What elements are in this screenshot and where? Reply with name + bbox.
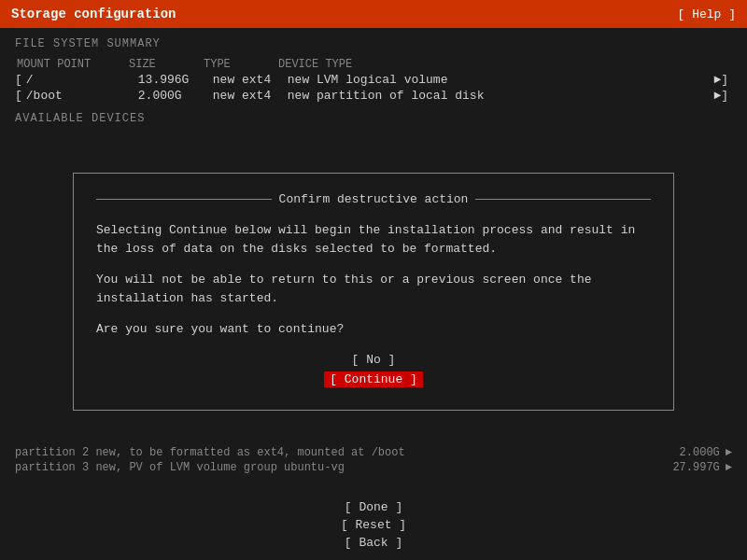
reset-button[interactable]: [ Reset ] [337, 517, 410, 533]
modal-paragraph-1: Selecting Continue below will begin the … [96, 221, 651, 258]
back-button[interactable]: [ Back ] [341, 535, 406, 551]
footer-buttons: [ Done ] [ Reset ] [ Back ] [0, 499, 747, 551]
modal-title: Confirm destructive action [279, 192, 469, 206]
info-row-partition2: partition 2 new, to be formatted as ext4… [15, 446, 732, 459]
partition2-size: 2.000G ► [680, 446, 732, 459]
modal-paragraph-3: Are you sure you want to continue? [96, 320, 651, 339]
no-button[interactable]: [ No ] [346, 352, 402, 368]
modal-paragraph-2: You will not be able to return to this o… [96, 271, 651, 307]
bottom-info: partition 2 new, to be formatted as ext4… [0, 446, 747, 476]
page-title: Storage configuration [11, 7, 176, 21]
info-row-partition3: partition 3 new, PV of LVM volume group … [15, 461, 732, 474]
help-button[interactable]: [ Help ] [678, 7, 736, 21]
partition3-size: 27.997G ► [672, 461, 732, 474]
partition2-arrow[interactable]: ► [726, 446, 732, 459]
partition2-label: partition 2 new, to be formatted as ext4… [15, 446, 680, 459]
partition3-arrow[interactable]: ► [726, 461, 732, 474]
confirm-dialog: Confirm destructive action Selecting Con… [73, 173, 674, 411]
partition3-label: partition 3 new, PV of LVM volume group … [15, 461, 672, 474]
modal-buttons: [ No ] [ Continue ] [96, 352, 651, 387]
continue-button[interactable]: [ Continue ] [324, 371, 423, 387]
modal-body: Selecting Continue below will begin the … [96, 221, 651, 339]
modal-overlay: Confirm destructive action Selecting Con… [0, 28, 747, 560]
titlebar: Storage configuration [ Help ] [0, 0, 747, 28]
done-button[interactable]: [ Done ] [341, 499, 406, 515]
